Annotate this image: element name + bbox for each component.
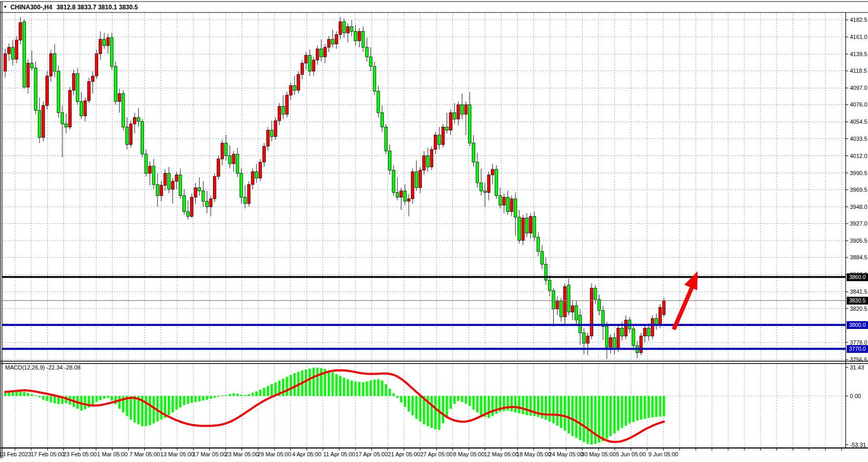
svg-text:17 Mar 05:00: 17 Mar 05:00: [193, 451, 226, 457]
svg-text:4012.0: 4012.0: [850, 153, 867, 159]
svg-text:4118.5: 4118.5: [850, 68, 867, 74]
svg-text:24 May 05:00: 24 May 05:00: [549, 451, 583, 457]
svg-text:1 Mar 05:00: 1 Mar 05:00: [97, 451, 128, 457]
svg-text:23 Mar 05:00: 23 Mar 05:00: [225, 451, 259, 457]
level-badge-support2: 3770.0: [847, 345, 868, 353]
svg-text:4033.5: 4033.5: [850, 136, 867, 142]
indicator-label: MACD(12,26,9) -22.34 -28.08: [5, 364, 81, 371]
svg-text:3884.5: 3884.5: [850, 254, 867, 260]
svg-text:4 Apr 05:00: 4 Apr 05:00: [292, 451, 321, 457]
svg-text:5 Jun 05:00: 5 Jun 05:00: [616, 451, 646, 457]
svg-text:3927.0: 3927.0: [850, 220, 867, 227]
candlestick-series: [4, 17, 665, 360]
svg-text:21 Apr 05:00: 21 Apr 05:00: [388, 451, 420, 457]
svg-text:23 Feb 05:00: 23 Feb 05:00: [63, 451, 97, 457]
svg-text:4054.5: 4054.5: [850, 118, 867, 125]
svg-text:17 Feb 05:00: 17 Feb 05:00: [31, 451, 64, 457]
svg-text:4076.0: 4076.0: [850, 101, 867, 108]
macd-axis: 31.430.00-53.31: [846, 364, 866, 448]
svg-text:4182.5: 4182.5: [850, 17, 867, 23]
svg-text:13 Feb 2023: 13 Feb 2023: [0, 451, 31, 457]
svg-text:18 May 05:00: 18 May 05:00: [516, 451, 551, 457]
time-axis: 13 Feb 202317 Feb 05:0023 Feb 05:001 Mar…: [0, 448, 842, 457]
svg-text:4097.0: 4097.0: [850, 85, 867, 91]
svg-text:3820.5: 3820.5: [850, 306, 867, 312]
chart-frame: [0, 2, 868, 458]
svg-text:29 Mar 05:00: 29 Mar 05:00: [258, 451, 291, 457]
macd-histogram: [4, 368, 665, 445]
svg-text:31.43: 31.43: [850, 364, 864, 371]
svg-text:3841.5: 3841.5: [850, 288, 867, 295]
svg-text:3905.5: 3905.5: [850, 237, 867, 244]
svg-text:30 May 05:00: 30 May 05:00: [581, 451, 616, 457]
svg-text:13 Mar 05:00: 13 Mar 05:00: [161, 451, 194, 457]
svg-text:4139.5: 4139.5: [850, 51, 867, 57]
symbol-timeframe: CHINA300-,H4: [10, 4, 52, 11]
svg-text:4161.0: 4161.0: [850, 34, 867, 40]
svg-text:9 Jun 05:00: 9 Jun 05:00: [648, 451, 678, 457]
chart-canvas[interactable]: 4182.54161.04139.54118.54097.04076.04054…: [0, 0, 868, 462]
svg-text:17 Apr 05:00: 17 Apr 05:00: [355, 451, 388, 457]
ohlc-quote: 3812.8 3833.7 3810.1 3830.5: [57, 4, 138, 11]
price-axis: 4182.54161.04139.54118.54097.04076.04054…: [846, 17, 867, 363]
chart-titlebar: ▼ CHINA300-,H4 3812.8 3833.7 3810.1 3830…: [0, 2, 868, 12]
dropdown-icon[interactable]: ▼: [3, 5, 7, 9]
price-badge-current: 3830.5: [847, 297, 868, 305]
svg-text:12 May 05:00: 12 May 05:00: [484, 451, 519, 457]
svg-text:3756.5: 3756.5: [850, 357, 867, 363]
svg-text:3969.5: 3969.5: [850, 187, 867, 193]
svg-text:11 Apr 05:00: 11 Apr 05:00: [323, 451, 355, 457]
grid: [3, 12, 846, 448]
level-badge-support1: 3800.0: [847, 321, 868, 329]
svg-text:7 Mar 05:00: 7 Mar 05:00: [129, 451, 160, 457]
svg-text:-53.31: -53.31: [850, 442, 866, 448]
svg-text:0.00: 0.00: [850, 393, 861, 399]
level-badge-resistance: 3860.0: [847, 273, 868, 281]
svg-text:3948.0: 3948.0: [850, 204, 867, 210]
svg-text:27 Apr 05:00: 27 Apr 05:00: [420, 451, 452, 457]
svg-text:3990.5: 3990.5: [850, 170, 867, 176]
svg-text:8 May 05:00: 8 May 05:00: [453, 451, 485, 457]
